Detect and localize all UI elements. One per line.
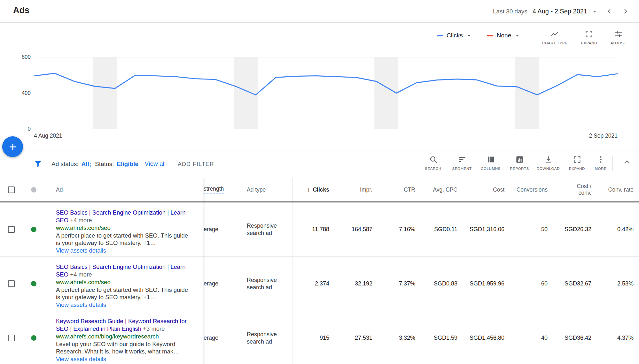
chart-type-icon: [550, 30, 559, 38]
conv-rate-cell: 0.42%: [597, 202, 639, 256]
row-select-cell[interactable]: [0, 202, 22, 256]
segment-button[interactable]: SEGMENT: [448, 155, 476, 171]
column-header-conversions[interactable]: Conversions: [510, 178, 553, 201]
next-period-button[interactable]: [620, 6, 631, 17]
status-column-header: [22, 178, 45, 201]
select-all-checkbox[interactable]: [8, 186, 15, 193]
table-header-row: Ad strength Ad type ↓Clicks Impr. CTR Av…: [0, 178, 639, 202]
date-range-cluster: Last 30 days 4 Aug - 2 Sep 2021: [493, 0, 631, 23]
row-checkbox[interactable]: [8, 226, 15, 233]
tool-label: EXPAND: [569, 167, 585, 171]
ad-more-count: +4 more: [70, 217, 92, 224]
impressions-cell: 164,587: [335, 202, 378, 256]
expand-icon: [585, 30, 593, 38]
reports-button[interactable]: REPORTS: [505, 155, 534, 171]
view-assets-details-link[interactable]: View assets details: [56, 355, 106, 363]
adjust-icon: [614, 30, 623, 38]
column-header-ctr[interactable]: CTR: [378, 178, 421, 201]
tool-label: REPORTS: [510, 167, 529, 171]
sort-descending-icon: ↓: [307, 186, 310, 193]
column-header-impressions[interactable]: Impr.: [335, 178, 378, 201]
chart-adjust-button[interactable]: ADJUST: [604, 30, 633, 45]
select-all-cell[interactable]: [0, 178, 22, 201]
ad-type-cell: Responsive search ad: [241, 202, 292, 256]
table-row: Keyword Research Guide | Keyword Researc…: [0, 311, 639, 364]
status-enabled-icon: [31, 227, 36, 232]
chevron-left-icon: [605, 7, 613, 15]
row-status-cell: [22, 311, 45, 364]
collapse-panel-button[interactable]: [619, 158, 635, 166]
ad-status-filter-label: Ad status:: [51, 161, 79, 168]
y-axis-tick-label: 800: [22, 54, 31, 61]
columns-icon: [487, 155, 495, 164]
ctr-cell: 3.32%: [378, 311, 421, 364]
tool-label: DOWNLOAD: [537, 167, 560, 171]
ad-display-url: www.ahrefs.com/seo: [56, 224, 191, 232]
row-select-cell[interactable]: [0, 257, 22, 311]
applied-filters: Ad status: All; Status: Eligible View al…: [51, 150, 214, 178]
search-button[interactable]: SEARCH: [419, 155, 448, 171]
cost-cell: SGD1,456.80: [463, 311, 510, 364]
column-header-ad[interactable]: Ad: [45, 178, 203, 201]
chevron-down-icon: [466, 32, 472, 39]
chevron-right-icon: [622, 7, 630, 15]
status-enabled-icon: [31, 335, 36, 341]
filter-icon: [34, 160, 43, 169]
ad-description: A perfect place to get started with SEO.…: [56, 286, 191, 301]
expand-icon: [573, 155, 581, 164]
clicks-cell: 915: [292, 311, 335, 364]
filter-toolbar: Ad status: All; Status: Eligible View al…: [0, 150, 639, 178]
column-header-ad-type[interactable]: Ad type: [241, 178, 292, 201]
avg-cpc-cell: SGD0.11: [421, 202, 463, 256]
secondary-metric-selector[interactable]: None: [487, 32, 521, 39]
column-header-cost[interactable]: Cost: [463, 178, 510, 201]
column-header-avg-cpc[interactable]: Avg. CPC: [421, 178, 463, 201]
ad-title-link[interactable]: Keyword Research Guide | Keyword Researc…: [56, 318, 187, 332]
chart-type-button[interactable]: CHART TYPE: [535, 30, 574, 45]
add-fab-button[interactable]: [2, 136, 23, 157]
y-axis-tick-label: 400: [22, 90, 31, 97]
row-checkbox[interactable]: [8, 335, 15, 341]
status-dot-icon: [31, 187, 36, 193]
table-expand-button[interactable]: EXPAND: [563, 155, 591, 171]
download-button[interactable]: DOWNLOAD: [534, 155, 563, 171]
column-header-ad-strength[interactable]: strength: [203, 178, 241, 201]
more-vertical-icon: [596, 155, 605, 164]
series-dash-icon: [437, 35, 443, 36]
columns-button[interactable]: COLUMNS: [476, 155, 505, 171]
column-header-cost-per-conv[interactable]: Cost /conv.: [553, 178, 597, 201]
chart-expand-button[interactable]: EXPAND: [574, 30, 604, 45]
search-icon: [429, 155, 438, 164]
view-assets-details-link[interactable]: View assets details: [56, 247, 106, 254]
table-row: SEO Basics | Search Engine Optimization …: [0, 257, 639, 311]
cost-per-conv-cell: SGD36.42: [553, 311, 597, 364]
tool-label: SEGMENT: [452, 167, 471, 171]
row-select-cell[interactable]: [0, 311, 22, 364]
ad-strength-cell: erage: [203, 311, 241, 364]
ad-status-filter-value[interactable]: All;: [82, 161, 91, 168]
impressions-cell: 32,192: [335, 257, 378, 311]
conv-rate-cell: 4.37%: [597, 311, 639, 364]
date-range-selector[interactable]: 4 Aug - 2 Sep 2021: [533, 8, 598, 15]
conv-rate-cell: 2.53%: [597, 257, 639, 311]
previous-period-button[interactable]: [603, 6, 615, 17]
status-enabled-icon: [31, 281, 36, 286]
y-axis: 0400800: [0, 23, 31, 150]
view-assets-details-link[interactable]: View assets details: [56, 301, 106, 309]
cost-per-conv-cell: SGD26.32: [553, 202, 597, 256]
primary-metric-selector[interactable]: Clicks: [437, 32, 472, 39]
more-options-button[interactable]: MORE: [591, 155, 610, 171]
table-toolbar: SEARCH SEGMENT COLUMNS REPORTS DOWNLOAD …: [419, 155, 635, 171]
row-checkbox[interactable]: [8, 280, 15, 287]
view-all-link[interactable]: View all: [145, 160, 166, 168]
x-axis-end-label: 2 Sep 2021: [589, 133, 618, 139]
status-filter-value[interactable]: Eligible: [117, 161, 138, 168]
ad-type-cell: Responsive search ad: [241, 257, 292, 311]
ad-description: A perfect place to get started with SEO.…: [56, 232, 191, 247]
column-header-conv-rate[interactable]: Conv. rate: [597, 178, 639, 201]
conversions-cell: 50: [510, 202, 553, 256]
reports-icon: [515, 155, 524, 164]
column-header-clicks[interactable]: ↓Clicks: [292, 178, 335, 201]
add-filter-button[interactable]: ADD FILTER: [178, 161, 214, 168]
ad-description: Level up your SEO with our guide to Keyw…: [56, 340, 191, 355]
